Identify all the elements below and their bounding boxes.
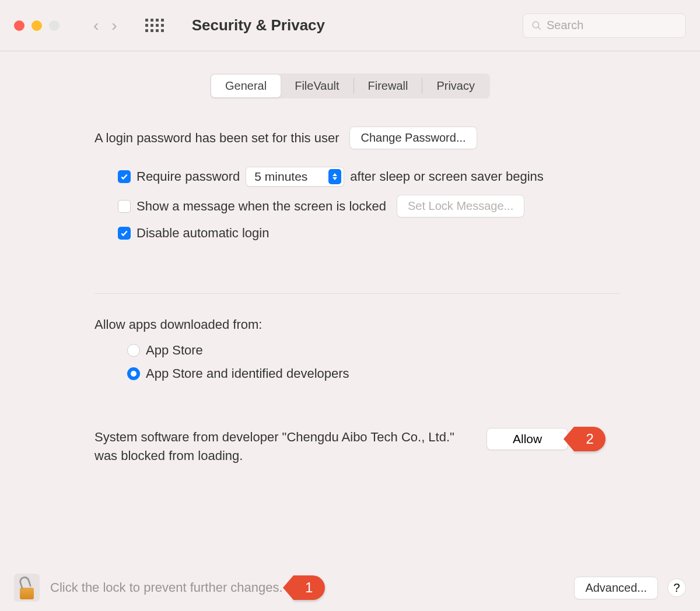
radio-identified-label: App Store and identified developers xyxy=(146,366,349,381)
help-button[interactable]: ? xyxy=(667,578,686,597)
change-password-button[interactable]: Change Password... xyxy=(349,127,477,149)
footer: Click the lock to prevent further change… xyxy=(0,574,700,602)
search-field[interactable] xyxy=(523,13,686,38)
blocked-software-text: System software from developer "Chengdu … xyxy=(94,428,468,465)
require-password-delay-select[interactable]: 5 minutes xyxy=(246,167,344,187)
annotation-callout-2: 2 xyxy=(574,427,606,451)
allow-button[interactable]: Allow xyxy=(487,428,568,450)
window-controls xyxy=(14,20,60,31)
nav-arrows: ‹ › xyxy=(93,16,117,35)
stepper-icon xyxy=(328,169,341,184)
require-password-suffix: after sleep or screen saver begins xyxy=(350,169,543,184)
general-panel: A login password has been set for this u… xyxy=(16,127,684,465)
tab-firewall[interactable]: Firewall xyxy=(354,75,422,97)
tab-filevault[interactable]: FileVault xyxy=(281,75,353,97)
tab-privacy[interactable]: Privacy xyxy=(422,75,489,97)
search-icon xyxy=(531,20,542,31)
search-input[interactable] xyxy=(547,19,677,32)
close-window-button[interactable] xyxy=(14,20,24,31)
tab-general[interactable]: General xyxy=(211,75,281,97)
radio-app-store-label: App Store xyxy=(146,343,203,358)
require-password-checkbox[interactable] xyxy=(118,170,131,183)
svg-line-1 xyxy=(538,27,540,29)
back-button[interactable]: ‹ xyxy=(93,16,99,35)
radio-app-store[interactable] xyxy=(127,344,140,357)
allow-apps-heading: Allow apps downloaded from: xyxy=(94,317,620,332)
annotation-callout-1: 1 xyxy=(293,575,325,600)
page-title: Security & Privacy xyxy=(192,16,325,34)
radio-identified-developers[interactable] xyxy=(127,367,140,380)
svg-point-0 xyxy=(533,22,538,27)
disable-auto-login-label: Disable automatic login xyxy=(136,226,269,241)
toolbar: ‹ › Security & Privacy xyxy=(0,0,700,51)
set-lock-message-button: Set Lock Message... xyxy=(397,195,524,217)
tab-bar: General FileVault Firewall Privacy xyxy=(16,73,684,99)
show-message-label: Show a message when the screen is locked xyxy=(136,199,386,214)
content-area: General FileVault Firewall Privacy A log… xyxy=(0,51,700,465)
zoom-window-button xyxy=(49,20,60,31)
require-password-label: Require password xyxy=(136,169,240,184)
disable-auto-login-checkbox[interactable] xyxy=(118,227,131,240)
lock-icon[interactable] xyxy=(14,574,40,602)
advanced-button[interactable]: Advanced... xyxy=(574,577,658,599)
forward-button: › xyxy=(111,16,117,35)
login-password-text: A login password has been set for this u… xyxy=(94,131,339,146)
lock-hint-text: Click the lock to prevent further change… xyxy=(50,580,283,595)
require-password-delay-value: 5 minutes xyxy=(254,170,307,184)
show-all-icon[interactable] xyxy=(145,19,164,32)
show-message-checkbox[interactable] xyxy=(118,200,131,213)
minimize-window-button[interactable] xyxy=(32,20,42,31)
divider xyxy=(94,293,620,294)
